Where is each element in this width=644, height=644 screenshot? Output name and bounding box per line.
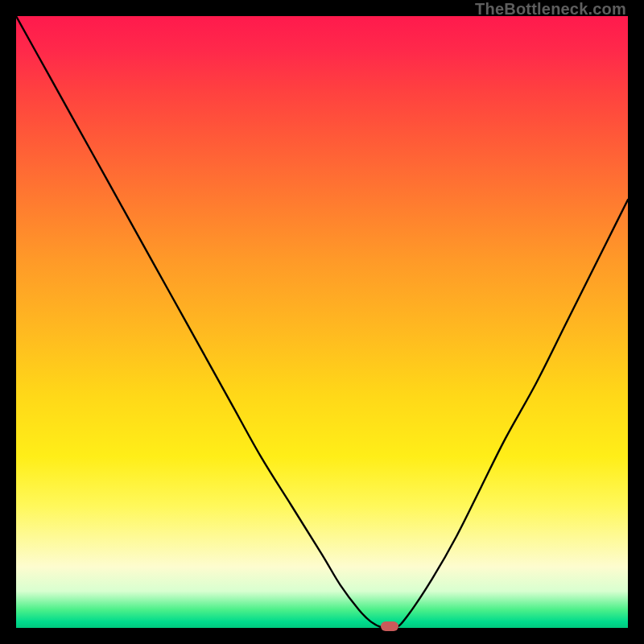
chart-container: TheBottleneck.com	[0, 0, 644, 644]
optimal-point-marker	[381, 621, 398, 631]
bottleneck-curve	[16, 16, 628, 628]
plot-area	[16, 16, 628, 628]
